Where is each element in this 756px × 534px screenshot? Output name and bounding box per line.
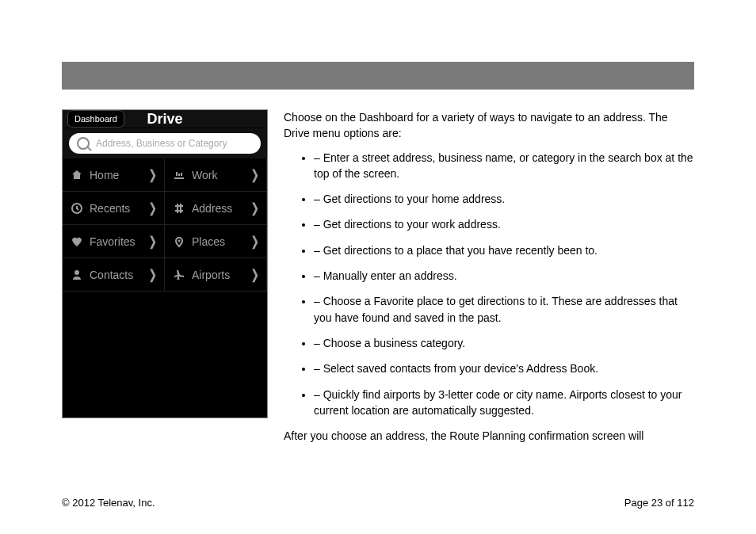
chevron-right-icon: ❭ [147, 167, 158, 182]
svg-point-2 [74, 270, 79, 275]
phone-screenshot: Dashboard Drive Address, Business or Cat… [62, 109, 268, 418]
chevron-right-icon: ❭ [147, 200, 158, 216]
contact-icon [71, 269, 83, 281]
chevron-right-icon: ❭ [250, 234, 260, 249]
plane-icon [173, 269, 185, 281]
list-item: – Select saved contacts from your device… [314, 360, 694, 376]
menu-item-home[interactable]: Home ❭ [63, 158, 165, 192]
body-text: Choose on the Dashboard for a variety of… [284, 109, 694, 486]
list-item: – Manually enter an address. [314, 268, 694, 284]
home-icon [71, 169, 83, 181]
copyright: © 2012 Telenav, Inc. [62, 497, 155, 509]
page-footer: © 2012 Telenav, Inc. Page 23 of 112 [62, 497, 694, 509]
menu-item-recents[interactable]: Recents ❭ [63, 192, 165, 225]
menu-label: Favorites [90, 235, 141, 248]
list-item: – Get directions to your work address. [314, 216, 694, 232]
options-list: – Enter a street address, business name,… [284, 150, 694, 419]
header-bar [62, 62, 694, 90]
list-item: – Choose a Favorite place to get directi… [314, 293, 694, 326]
list-item: – Enter a street address, business name,… [314, 150, 694, 182]
menu-item-work[interactable]: Work ❭ [165, 158, 267, 192]
menu-item-favorites[interactable]: Favorites ❭ [63, 225, 165, 258]
list-item: – Get directions to your home address. [314, 191, 694, 207]
search-row: Address, Business or Category [63, 128, 267, 158]
list-item: – Get directions to a place that you hav… [314, 242, 694, 258]
work-icon [173, 169, 185, 181]
pin-icon [173, 235, 185, 248]
menu-label: Work [192, 169, 243, 181]
heart-icon [71, 235, 83, 248]
menu-label: Home [90, 169, 141, 181]
page-number: Page 23 of 112 [624, 497, 694, 509]
svg-point-1 [178, 239, 181, 242]
list-item: – Choose a business category. [314, 335, 694, 351]
menu-item-contacts[interactable]: Contacts ❭ [63, 258, 165, 292]
search-placeholder: Address, Business or Category [96, 138, 227, 149]
phone-empty-area [63, 292, 267, 418]
menu-label: Airports [192, 269, 243, 281]
search-input[interactable]: Address, Business or Category [69, 133, 261, 154]
intro-paragraph: Choose on the Dashboard for a variety of… [284, 109, 694, 142]
outro-paragraph: After you choose an address, the Route P… [284, 428, 694, 444]
chevron-right-icon: ❭ [250, 167, 260, 182]
menu-label: Recents [90, 202, 141, 215]
address-icon [173, 202, 185, 215]
search-icon [77, 137, 90, 150]
clock-icon [71, 202, 83, 215]
page: Dashboard Drive Address, Business or Cat… [0, 0, 756, 534]
list-item: – Quickly find airports by 3-letter code… [314, 387, 694, 419]
menu-label: Contacts [90, 269, 141, 281]
drive-menu-grid: Home ❭ Work ❭ Recents ❭ Ad [63, 158, 267, 418]
menu-label: Places [192, 235, 243, 248]
phone-title-bar: Dashboard Drive [63, 110, 267, 128]
chevron-right-icon: ❭ [147, 267, 158, 282]
menu-item-address[interactable]: Address ❭ [165, 192, 267, 225]
content: Dashboard Drive Address, Business or Cat… [62, 109, 694, 486]
intro-text-2: on the Dashboard for a variety of ways t… [284, 111, 668, 139]
chevron-right-icon: ❭ [147, 234, 158, 249]
dashboard-button[interactable]: Dashboard [67, 110, 124, 128]
intro-text-1: Choose [284, 111, 325, 124]
chevron-right-icon: ❭ [250, 200, 260, 216]
menu-item-places[interactable]: Places ❭ [165, 225, 267, 258]
menu-item-airports[interactable]: Airports ❭ [165, 258, 267, 292]
menu-label: Address [192, 202, 243, 215]
chevron-right-icon: ❭ [250, 267, 260, 282]
